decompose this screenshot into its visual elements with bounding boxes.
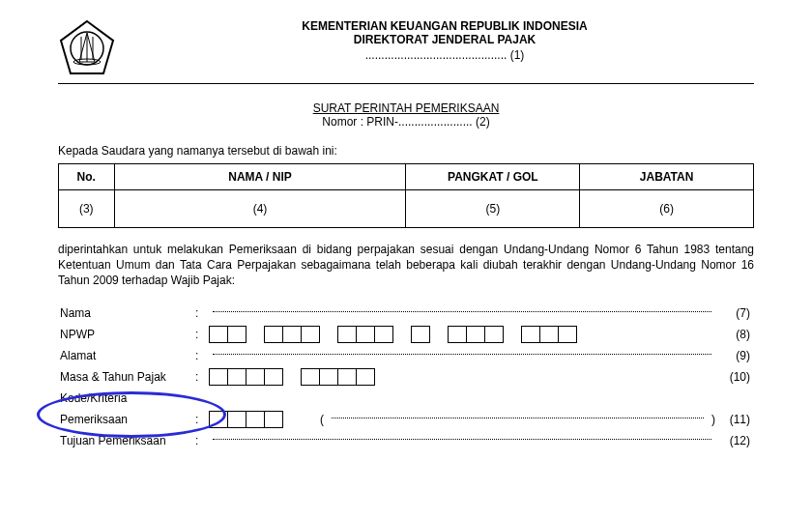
marker-12: (12) xyxy=(715,434,754,447)
marker-10: (10) xyxy=(715,370,754,384)
label-alamat: Alamat xyxy=(58,349,195,362)
cell-5: (5) xyxy=(406,190,580,228)
colon: : xyxy=(195,349,209,362)
document-header: KEMENTERIAN KEUANGAN REPUBLIK INDONESIA … xyxy=(58,19,754,77)
label-kode1: Kode/Kriteria xyxy=(58,391,195,405)
value-masa xyxy=(209,368,715,386)
cell-3: (3) xyxy=(59,190,115,228)
value-kode2: () xyxy=(209,411,715,428)
field-nama: Nama : (7) xyxy=(58,303,754,324)
field-kode-line2: Pemeriksaan : () (11) xyxy=(58,409,754,430)
document-title: SURAT PERINTAH PEMERIKSAAN xyxy=(58,101,754,115)
field-kode-line1: Kode/Kriteria xyxy=(58,388,754,409)
cell-4: (4) xyxy=(114,190,406,228)
header-line-1: KEMENTERIAN KEUANGAN REPUBLIK INDONESIA xyxy=(135,19,754,33)
label-npwp: NPWP xyxy=(58,328,195,341)
field-alamat: Alamat : (9) xyxy=(58,345,754,366)
field-masa: Masa & Tahun Pajak : (10) xyxy=(58,366,754,388)
header-divider xyxy=(58,83,754,84)
value-alamat xyxy=(209,354,715,357)
th-nama: NAMA / NIP xyxy=(114,164,406,190)
th-no: No. xyxy=(59,164,115,190)
colon: : xyxy=(195,306,209,320)
marker-7: (7) xyxy=(715,306,754,320)
field-npwp: NPWP : (8) xyxy=(58,324,754,345)
paren-open: ( xyxy=(320,413,324,426)
header-line-3: ........................................… xyxy=(135,48,754,62)
value-nama xyxy=(209,311,715,314)
header-text-block: KEMENTERIAN KEUANGAN REPUBLIK INDONESIA … xyxy=(135,19,754,62)
cell-6: (6) xyxy=(580,190,754,228)
nomor-label: Nomor : PRIN- xyxy=(322,115,398,129)
nomor-dots: ....................... xyxy=(398,115,473,129)
document-number-line: Nomor : PRIN-....................... (2) xyxy=(58,115,754,129)
colon: : xyxy=(195,413,209,426)
ministry-logo-icon xyxy=(58,19,116,77)
intro-text: Kepada Saudara yang namanya tersebut di … xyxy=(58,144,754,158)
value-tujuan xyxy=(209,439,715,442)
label-tujuan: Tujuan Pemeriksaan xyxy=(58,434,195,447)
officer-table: No. NAMA / NIP PANGKAT / GOL JABATAN (3)… xyxy=(58,163,754,228)
colon: : xyxy=(195,328,209,341)
colon: : xyxy=(195,434,209,447)
label-masa: Masa & Tahun Pajak xyxy=(58,370,195,384)
header-line-2: DIREKTORAT JENDERAL PAJAK xyxy=(135,33,754,46)
table-header-row: No. NAMA / NIP PANGKAT / GOL JABATAN xyxy=(59,164,754,190)
field-tujuan: Tujuan Pemeriksaan : (12) xyxy=(58,430,754,451)
table-row: (3) (4) (5) (6) xyxy=(59,190,754,228)
marker-9: (9) xyxy=(715,349,754,362)
label-kode2: Pemeriksaan xyxy=(58,413,195,426)
instruction-paragraph: diperintahkan untuk melakukan Pemeriksaa… xyxy=(58,242,754,289)
marker-11: (11) xyxy=(715,413,754,426)
fields-block: Nama : (7) NPWP : (8) Alamat : (9) Masa … xyxy=(58,303,754,451)
th-pangkat: PANGKAT / GOL xyxy=(406,164,580,190)
title-block: SURAT PERINTAH PEMERIKSAAN Nomor : PRIN-… xyxy=(58,101,754,129)
th-jabatan: JABATAN xyxy=(580,164,754,190)
marker-8: (8) xyxy=(715,328,754,341)
label-nama: Nama xyxy=(58,306,195,320)
header-dots: ........................................… xyxy=(365,48,508,62)
marker-2: (2) xyxy=(473,115,490,129)
colon: : xyxy=(195,370,209,384)
value-npwp xyxy=(209,326,715,343)
header-marker-1: (1) xyxy=(507,48,524,62)
